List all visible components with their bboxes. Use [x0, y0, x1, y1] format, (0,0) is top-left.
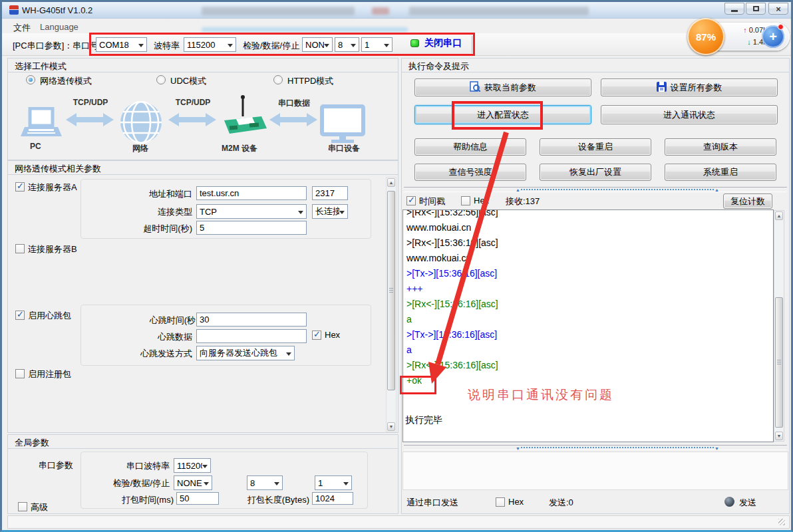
window-title: WH-G405tf V1.0.2 — [22, 5, 92, 15]
double-arrow-icon — [66, 111, 114, 130]
global-stopbits-select[interactable]: 1 — [315, 475, 352, 490]
send-hex-checkbox[interactable] — [496, 497, 505, 507]
log-hex-checkbox[interactable] — [461, 196, 470, 205]
log-line: >[Rx<-][15:36:16][asc] — [403, 358, 773, 373]
send-input-area[interactable] — [402, 452, 788, 490]
annotation-note: 说明串口通讯没有问题 — [468, 386, 614, 404]
radio-net-transparent-mode[interactable] — [26, 75, 35, 84]
scroll-up-icon[interactable]: ▲ — [775, 211, 783, 220]
pc-laptop-icon — [19, 107, 62, 144]
server-a-port-input[interactable] — [312, 186, 348, 200]
conn-type-label: 连接类型 — [102, 206, 192, 218]
com-port-select[interactable]: COM18 — [96, 37, 147, 52]
collapse-down-icon: ▼ — [714, 446, 719, 451]
scrollbar-thumb[interactable] — [387, 191, 395, 390]
pack-len-input[interactable] — [312, 492, 353, 505]
send-button[interactable]: 发送 — [739, 497, 756, 509]
chevron-down-icon — [274, 482, 279, 485]
databits-select[interactable]: 8 — [335, 37, 359, 52]
heartbeat-checkbox[interactable] — [15, 311, 25, 320]
log-splitter[interactable]: ▲ ▲ — [404, 187, 787, 192]
factory-reset-button[interactable]: 恢复出厂设置 — [540, 164, 651, 181]
timestamp-checkbox[interactable] — [406, 196, 416, 205]
send-splitter[interactable]: ▼ ▼ — [404, 445, 787, 450]
minimize-icon — [731, 10, 738, 12]
collapse-up-icon: ▲ — [714, 188, 719, 192]
register-checkbox[interactable] — [15, 369, 25, 378]
scroll-down-icon[interactable]: ▼ — [775, 432, 783, 440]
server-b-checkbox[interactable] — [15, 244, 25, 253]
scroll-down-icon[interactable]: ▼ — [387, 422, 395, 431]
get-params-button[interactable]: 获取当前参数 — [414, 78, 591, 96]
m2m-device-icon — [220, 94, 268, 142]
combo-value: 8 — [250, 478, 274, 488]
radio-httpd-mode[interactable] — [273, 75, 283, 84]
help-label: 帮助信息 — [453, 141, 488, 153]
heartbeat-hex-checkbox[interactable] — [312, 331, 321, 340]
reset-counter-label: 复位计数 — [730, 196, 765, 207]
toolbar-separator — [472, 36, 472, 53]
log-line: a — [403, 312, 773, 327]
resize-grip[interactable] — [778, 519, 785, 525]
system-reboot-button[interactable]: 系统重启 — [665, 164, 776, 181]
log-line: >[Rx<-][15:32:56][asc] — [403, 209, 773, 220]
server-a-checkbox[interactable] — [15, 182, 25, 192]
maximize-button[interactable] — [746, 3, 766, 15]
conn-mode-select[interactable]: 长连接 — [312, 204, 348, 219]
heartbeat-data-input[interactable] — [196, 329, 307, 343]
menu-file[interactable]: 文件 — [10, 21, 34, 35]
set-params-button[interactable]: 设置所有参数 — [601, 78, 778, 96]
splitter-handle[interactable]: ▲ ▲ — [521, 189, 714, 192]
advanced-checkbox[interactable] — [18, 502, 27, 511]
timeout-input[interactable] — [196, 221, 307, 235]
double-arrow-icon — [269, 111, 317, 130]
baud-select[interactable]: 115200 — [184, 37, 236, 52]
menu-language[interactable]: Language — [37, 21, 82, 33]
send-icon — [724, 497, 734, 507]
device-reboot-button[interactable]: 设备重启 — [540, 138, 651, 156]
query-version-button[interactable]: 查询版本 — [665, 138, 776, 156]
stopbits-select[interactable]: 1 — [361, 37, 393, 52]
tray-speed-widget[interactable]: ↑ 0.07K/s ↓ 1.4K/s + 87% — [687, 18, 792, 57]
log-scrollbar[interactable]: ▲ ▼ — [774, 210, 784, 442]
heartbeat-mode-select[interactable]: 向服务器发送心跳包 — [196, 346, 295, 360]
conn-type-select[interactable]: TCP — [196, 204, 307, 219]
parity-select[interactable]: NONE — [302, 37, 333, 52]
scrollbar-thumb[interactable] — [775, 297, 783, 428]
server-a-label: 连接服务器A — [28, 182, 77, 194]
reset-counter-button[interactable]: 复位计数 — [723, 194, 772, 209]
minimize-button[interactable] — [724, 3, 744, 15]
heartbeat-time-input[interactable] — [196, 313, 307, 327]
global-baud-select[interactable]: 115200 — [174, 458, 211, 473]
link2-label: TCP/UDP — [170, 98, 216, 107]
enter-config-button[interactable]: 进入配置状态 — [414, 105, 591, 124]
global-databits-select[interactable]: 8 — [247, 475, 283, 490]
advanced-label: 高级 — [31, 501, 48, 513]
send-via-serial-dropdown[interactable]: 通过串口发送 — [406, 497, 458, 509]
splitter-handle[interactable]: ▼ ▼ — [521, 447, 714, 450]
log-output[interactable]: >[Rx<-][15:32:56][asc] www.mokuai.cn >[R… — [402, 209, 774, 442]
combo-value: 1 — [365, 40, 384, 50]
global-parity-select[interactable]: NONE — [174, 475, 212, 490]
background-window-bleed — [202, 7, 355, 15]
maximize-icon — [753, 6, 759, 11]
radio-udc-mode[interactable] — [156, 75, 166, 84]
timeout-label: 超时时间(秒) — [102, 223, 192, 235]
help-button[interactable]: 帮助信息 — [414, 138, 526, 156]
query-signal-button[interactable]: 查信号强度 — [414, 164, 526, 181]
pack-time-input[interactable] — [176, 492, 219, 505]
left-panel-scrollbar[interactable]: ▲ ▼ — [386, 177, 397, 432]
server-a-address-input[interactable] — [196, 186, 307, 200]
work-mode-title: 选择工作模式 — [15, 61, 67, 72]
close-button[interactable]: × — [768, 3, 788, 15]
background-window-bleed — [409, 7, 589, 15]
log-line: >[Tx->][15:36:16][asc] — [403, 327, 773, 342]
network-globe-icon — [119, 100, 163, 146]
scroll-up-icon[interactable]: ▲ — [387, 178, 395, 187]
memory-usage-ball[interactable]: 87% — [687, 18, 724, 55]
collapse-up-icon: ▲ — [516, 188, 520, 192]
chevron-down-icon — [138, 44, 144, 47]
close-port-button[interactable]: 关闭串口 — [410, 37, 462, 49]
enter-comm-button[interactable]: 进入通讯状态 — [601, 105, 778, 124]
heartbeat-mode-label: 心跳发送方式 — [102, 348, 192, 360]
